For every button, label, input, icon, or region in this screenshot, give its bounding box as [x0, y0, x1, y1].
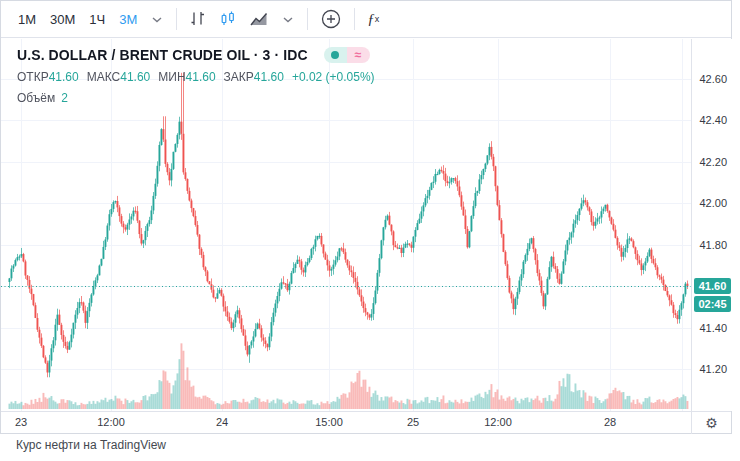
- time-axis-label: 24: [216, 416, 228, 428]
- chart-type-chevron-icon[interactable]: [277, 13, 299, 27]
- attribution-footer: Курс нефти на TradingView: [16, 438, 166, 452]
- toolbar-separator: [354, 8, 355, 30]
- time-axis-label: 23: [15, 416, 27, 428]
- symbol-title[interactable]: U.S. DOLLAR / BRENT CRUDE OIL · 3 · IDC: [17, 47, 308, 63]
- close-value: 41.60: [254, 70, 284, 84]
- fx-f-glyph: ƒ: [367, 11, 375, 28]
- fx-x-glyph: x: [375, 14, 380, 24]
- price-axis-tick: 42.00: [699, 197, 727, 209]
- price-axis-tick: 42.40: [699, 114, 727, 126]
- volume-row: Объём2: [17, 91, 375, 105]
- price-axis-tick: 41.40: [699, 322, 727, 334]
- bar-countdown-badge: 02:45: [694, 296, 731, 312]
- tradingview-widget: 1M 30M 1Ч 3M: [0, 0, 732, 434]
- chart-legend: U.S. DOLLAR / BRENT CRUDE OIL · 3 · IDC …: [17, 47, 375, 105]
- time-axis[interactable]: ⚙ 2312:002415:002512:0028: [1, 411, 731, 433]
- toolbar-separator: [176, 8, 177, 30]
- time-axis-label: 25: [407, 416, 419, 428]
- settings-gear-icon: ⚙: [705, 416, 718, 430]
- interval-button-30m[interactable]: 30M: [43, 8, 82, 31]
- market-status-badges: ≈: [324, 47, 370, 63]
- time-axis-label: 15:00: [315, 416, 343, 428]
- close-label: ЗАКР: [224, 70, 254, 84]
- interval-button-1m[interactable]: 1M: [11, 8, 43, 31]
- delayed-data-icon: ≈: [347, 47, 370, 63]
- open-label: ОТКР: [17, 70, 49, 84]
- volume-value: 2: [61, 91, 68, 105]
- tradingview-attribution-link[interactable]: Курс нефти на TradingView: [16, 438, 166, 452]
- last-price-badge: 41.60: [694, 278, 731, 294]
- volume-label: Объём: [17, 91, 55, 105]
- high-value: 41.60: [120, 70, 150, 84]
- page: 1M 30M 1Ч 3M: [0, 0, 740, 461]
- price-axis-tick: 41.80: [699, 239, 727, 251]
- low-value: 41.60: [186, 70, 216, 84]
- area-chart-type-icon[interactable]: [243, 7, 275, 31]
- price-axis-tick: 41.20: [699, 363, 727, 375]
- time-axis-label: 28: [604, 416, 616, 428]
- price-axis-tick: 42.20: [699, 156, 727, 168]
- high-label: МАКС: [87, 70, 121, 84]
- interval-button-3m-active[interactable]: 3M: [112, 8, 144, 31]
- toolbar: 1M 30M 1Ч 3M: [1, 1, 731, 38]
- price-change: +0.02 (+0.05%): [292, 70, 375, 84]
- chart-plot-area[interactable]: U.S. DOLLAR / BRENT CRUDE OIL · 3 · IDC …: [1, 39, 691, 411]
- low-label: МИН: [158, 70, 185, 84]
- intervals-expand-chevron-icon[interactable]: [146, 13, 168, 27]
- price-axis[interactable]: 41.60 02:45 42.6042.4042.2042.0041.8041.…: [691, 39, 732, 411]
- axis-settings-button[interactable]: ⚙: [691, 412, 731, 434]
- time-axis-label: 12:00: [484, 416, 512, 428]
- market-open-dot-icon: [324, 47, 347, 63]
- ohlc-row: ОТКР41.60 МАКС41.60 МИН41.60 ЗАКР41.60 +…: [17, 70, 375, 84]
- compare-plus-icon[interactable]: [314, 4, 348, 34]
- indicators-fx-icon[interactable]: ƒx: [361, 7, 385, 32]
- candlestick-chart-type-icon-active[interactable]: [213, 6, 243, 32]
- open-value: 41.60: [49, 70, 79, 84]
- toolbar-separator: [307, 8, 308, 30]
- time-axis-label: 12:00: [97, 416, 125, 428]
- price-axis-tick: 42.60: [699, 73, 727, 85]
- bar-chart-type-icon[interactable]: [183, 6, 213, 32]
- interval-button-1h[interactable]: 1Ч: [82, 8, 112, 31]
